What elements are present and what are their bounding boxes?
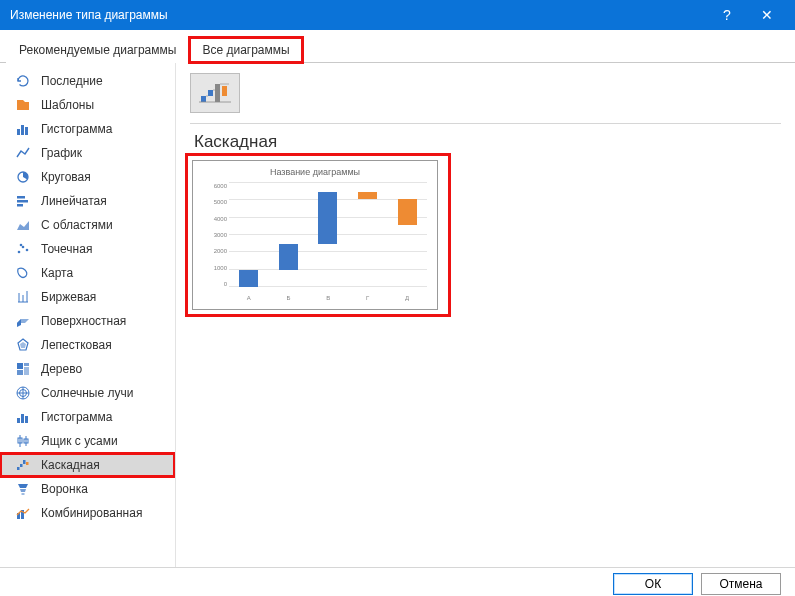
- svg-rect-2: [25, 127, 28, 135]
- sidebar-item-label: Комбинированная: [41, 506, 164, 520]
- svg-rect-39: [201, 96, 206, 102]
- main-panel: Каскадная Название диаграммы 60005000400…: [176, 63, 795, 567]
- chart-type-icon: [15, 145, 31, 161]
- sidebar-item-12[interactable]: Дерево: [0, 357, 175, 381]
- svg-point-9: [26, 249, 29, 252]
- sidebar-item-11[interactable]: Лепестковая: [0, 333, 175, 357]
- close-button[interactable]: ✕: [747, 7, 787, 23]
- y-axis: 6000500040003000200010000: [201, 183, 227, 287]
- sidebar-item-15[interactable]: Ящик с усами: [0, 429, 175, 453]
- svg-rect-27: [25, 416, 28, 423]
- sidebar-item-18[interactable]: Комбинированная: [0, 501, 175, 525]
- chart-type-icon: [15, 337, 31, 353]
- svg-rect-35: [26, 462, 29, 465]
- svg-rect-19: [24, 367, 29, 375]
- subtype-waterfall[interactable]: [190, 73, 240, 113]
- sidebar-item-8[interactable]: Карта: [0, 261, 175, 285]
- help-button[interactable]: ?: [707, 7, 747, 23]
- chart-type-icon: [15, 433, 31, 449]
- chart-type-icon: [15, 457, 31, 473]
- subtype-row: [190, 73, 781, 124]
- window-title: Изменение типа диаграммы: [10, 8, 707, 22]
- tab-strip: Рекомендуемые диаграммы Все диаграммы: [0, 30, 795, 63]
- sidebar-item-16[interactable]: Каскадная: [0, 453, 175, 477]
- dialog-body: ПоследниеШаблоныГистограммаГрафикКругова…: [0, 63, 795, 567]
- sidebar-item-label: Каскадная: [41, 458, 164, 472]
- sidebar-item-label: Солнечные лучи: [41, 386, 164, 400]
- svg-rect-5: [17, 200, 28, 203]
- sidebar-item-label: С областями: [41, 218, 164, 232]
- plot-area: [229, 183, 427, 287]
- svg-rect-17: [17, 363, 23, 369]
- sidebar-item-10[interactable]: Поверхностная: [0, 309, 175, 333]
- chart-type-icon: [15, 313, 31, 329]
- sidebar-item-3[interactable]: График: [0, 141, 175, 165]
- sidebar-item-14[interactable]: Гистограмма: [0, 405, 175, 429]
- sidebar-item-label: Биржевая: [41, 290, 164, 304]
- ok-button[interactable]: ОК: [613, 573, 693, 595]
- chart-type-icon: [15, 409, 31, 425]
- svg-rect-34: [23, 460, 26, 464]
- chart-type-icon: [15, 97, 31, 113]
- titlebar: Изменение типа диаграммы ? ✕: [0, 0, 795, 30]
- chart-type-icon: [15, 169, 31, 185]
- sidebar-item-1[interactable]: Шаблоны: [0, 93, 175, 117]
- sidebar-item-4[interactable]: Круговая: [0, 165, 175, 189]
- svg-rect-1: [21, 125, 24, 135]
- chart-type-icon: [15, 121, 31, 137]
- sidebar-item-label: Поверхностная: [41, 314, 164, 328]
- svg-point-7: [18, 251, 21, 254]
- sidebar-item-label: Карта: [41, 266, 164, 280]
- cancel-button[interactable]: Отмена: [701, 573, 781, 595]
- sidebar-item-label: Лепестковая: [41, 338, 164, 352]
- svg-rect-32: [17, 467, 20, 470]
- chart-type-icon: [15, 73, 31, 89]
- preview-chart-title: Название диаграммы: [193, 167, 437, 177]
- sidebar-item-6[interactable]: С областями: [0, 213, 175, 237]
- sidebar-item-13[interactable]: Солнечные лучи: [0, 381, 175, 405]
- svg-rect-26: [21, 414, 24, 423]
- svg-rect-0: [17, 129, 20, 135]
- sidebar-item-5[interactable]: Линейчатая: [0, 189, 175, 213]
- tab-recommended[interactable]: Рекомендуемые диаграммы: [6, 37, 189, 63]
- svg-rect-20: [17, 370, 23, 375]
- tab-all[interactable]: Все диаграммы: [189, 37, 302, 63]
- sidebar-item-label: Шаблоны: [41, 98, 164, 112]
- sidebar-item-label: Точечная: [41, 242, 164, 256]
- sidebar-item-label: Дерево: [41, 362, 164, 376]
- sidebar-item-label: Гистограмма: [41, 122, 164, 136]
- chart-preview[interactable]: Название диаграммы 600050004000300020001…: [192, 160, 438, 310]
- svg-rect-25: [17, 418, 20, 423]
- dialog-footer: ОК Отмена: [0, 567, 795, 596]
- svg-rect-18: [24, 363, 29, 366]
- chart-type-icon: [15, 361, 31, 377]
- sidebar-item-17[interactable]: Воронка: [0, 477, 175, 501]
- svg-rect-6: [17, 204, 23, 207]
- chart-type-sidebar: ПоследниеШаблоныГистограммаГрафикКругова…: [0, 63, 176, 567]
- svg-rect-42: [215, 84, 220, 102]
- svg-point-10: [20, 244, 23, 247]
- svg-rect-4: [17, 196, 25, 199]
- svg-rect-44: [222, 86, 227, 96]
- sidebar-item-label: Последние: [41, 74, 164, 88]
- chart-type-icon: [15, 241, 31, 257]
- svg-rect-33: [20, 464, 23, 467]
- sidebar-item-2[interactable]: Гистограмма: [0, 117, 175, 141]
- sidebar-item-9[interactable]: Биржевая: [0, 285, 175, 309]
- svg-rect-36: [22, 493, 25, 495]
- chart-type-icon: [15, 289, 31, 305]
- chart-type-icon: [15, 385, 31, 401]
- sidebar-item-label: Круговая: [41, 170, 164, 184]
- sidebar-item-0[interactable]: Последние: [0, 69, 175, 93]
- sidebar-item-label: График: [41, 146, 164, 160]
- svg-point-8: [22, 246, 25, 249]
- chart-type-icon: [15, 217, 31, 233]
- x-axis: АБВГД: [229, 295, 427, 301]
- svg-rect-40: [208, 90, 213, 96]
- chart-type-icon: [15, 505, 31, 521]
- chart-type-icon: [15, 265, 31, 281]
- sidebar-item-label: Воронка: [41, 482, 164, 496]
- chart-type-title: Каскадная: [194, 132, 781, 152]
- sidebar-item-label: Линейчатая: [41, 194, 164, 208]
- sidebar-item-7[interactable]: Точечная: [0, 237, 175, 261]
